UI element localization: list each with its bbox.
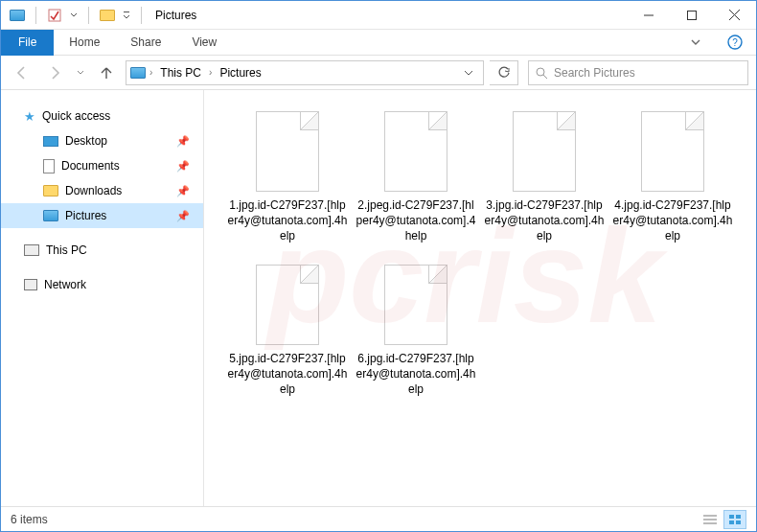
folder-icon [99, 7, 116, 24]
file-name: 2.jpeg.id-C279F237.[hlper4y@tutanota.com… [352, 197, 480, 244]
quick-access-toolbar [1, 7, 146, 24]
search-input[interactable]: Search Pictures [528, 60, 748, 85]
svg-rect-0 [49, 10, 60, 21]
svg-rect-1 [124, 12, 129, 12]
separator [35, 7, 36, 24]
file-thumbnail-icon [384, 111, 447, 192]
file-item[interactable]: 3.jpg.id-C279F237.[hlper4y@tutanota.com]… [480, 105, 608, 259]
file-name: 1.jpg.id-C279F237.[hlper4y@tutanota.com]… [223, 197, 352, 244]
address-bar[interactable]: › This PC › Pictures [126, 60, 484, 85]
file-item[interactable]: 1.jpg.id-C279F237.[hlper4y@tutanota.com]… [223, 105, 352, 259]
file-item[interactable]: 2.jpeg.id-C279F237.[hlper4y@tutanota.com… [352, 105, 480, 259]
file-list[interactable]: 1.jpg.id-C279F237.[hlper4y@tutanota.com]… [204, 90, 756, 506]
file-thumbnail-icon [641, 111, 704, 192]
file-tab[interactable]: File [1, 30, 54, 56]
navbar: › This PC › Pictures Search Pictures [1, 56, 756, 90]
up-button[interactable] [93, 59, 120, 86]
pc-icon [24, 244, 39, 256]
desktop-icon [43, 136, 58, 147]
file-name: 6.jpg.id-C279F237.[hlper4y@tutanota.com]… [352, 351, 480, 398]
maximize-button[interactable] [670, 1, 713, 30]
tab-view[interactable]: View [176, 31, 232, 54]
expand-ribbon-icon[interactable] [677, 37, 714, 47]
file-name: 5.jpg.id-C279F237.[hlper4y@tutanota.com]… [223, 351, 352, 398]
chevron-right-icon[interactable]: › [149, 67, 152, 78]
back-button[interactable] [9, 59, 35, 86]
network-icon [24, 279, 37, 290]
titlebar: Pictures [1, 1, 756, 30]
sidebar-network[interactable]: Network [1, 272, 203, 297]
star-icon: ★ [24, 109, 35, 124]
pictures-icon [43, 210, 58, 221]
tab-share[interactable]: Share [115, 31, 176, 54]
svg-rect-3 [687, 11, 696, 19]
location-icon [130, 67, 146, 79]
window-title: Pictures [155, 9, 196, 22]
separator [141, 7, 142, 24]
sidebar-item-pictures[interactable]: Pictures 📌 [1, 203, 203, 228]
sidebar-item-label: Desktop [65, 134, 107, 148]
sidebar-item-label: Pictures [65, 209, 106, 222]
breadcrumb-this-pc[interactable]: This PC [156, 64, 205, 81]
document-icon [43, 159, 55, 173]
sidebar-label: This PC [46, 243, 87, 257]
ribbon: File Home Share View ? [1, 30, 756, 56]
svg-rect-16 [736, 520, 741, 524]
file-thumbnail-icon [256, 111, 319, 192]
sidebar-item-label: Downloads [65, 184, 122, 197]
file-thumbnail-icon [256, 265, 319, 345]
icons-view-button[interactable] [723, 510, 746, 529]
status-count: 6 items [11, 513, 48, 526]
address-dropdown-icon[interactable] [458, 68, 479, 78]
sidebar-item-downloads[interactable]: Downloads 📌 [1, 178, 203, 203]
pin-icon: 📌 [176, 160, 190, 173]
tab-home[interactable]: Home [54, 31, 115, 54]
sidebar-label: Network [44, 278, 86, 291]
sidebar-item-desktop[interactable]: Desktop 📌 [1, 128, 203, 153]
folder-icon [43, 185, 58, 197]
sidebar-item-label: Documents [61, 159, 120, 173]
svg-rect-15 [729, 520, 734, 524]
minimize-button[interactable] [627, 1, 670, 30]
file-thumbnail-icon [513, 111, 576, 192]
pin-icon: 📌 [176, 185, 190, 197]
pin-icon: 📌 [176, 210, 190, 222]
svg-rect-14 [736, 515, 741, 519]
svg-text:?: ? [732, 37, 738, 48]
recent-dropdown-icon[interactable] [74, 59, 87, 86]
sidebar-item-documents[interactable]: Documents 📌 [1, 153, 203, 178]
main-area: ★ Quick access Desktop 📌 Documents 📌 Dow… [1, 90, 756, 506]
file-item[interactable]: 5.jpg.id-C279F237.[hlper4y@tutanota.com]… [223, 259, 352, 412]
search-icon [535, 66, 548, 80]
pin-icon: 📌 [176, 135, 190, 148]
file-item[interactable]: 6.jpg.id-C279F237.[hlper4y@tutanota.com]… [352, 259, 480, 412]
details-view-button[interactable] [699, 510, 722, 529]
search-placeholder: Search Pictures [554, 66, 635, 80]
file-item[interactable]: 4.jpg.id-C279F237.[hlper4y@tutanota.com]… [608, 105, 737, 259]
svg-point-8 [537, 68, 544, 76]
qat-properties-icon[interactable] [46, 7, 63, 24]
view-mode-buttons [699, 510, 746, 529]
sidebar: ★ Quick access Desktop 📌 Documents 📌 Dow… [1, 90, 204, 506]
qat-dropdown-icon[interactable] [69, 7, 79, 24]
close-button[interactable] [713, 1, 756, 30]
sidebar-this-pc[interactable]: This PC [1, 238, 203, 263]
svg-rect-13 [729, 515, 734, 519]
breadcrumb-pictures[interactable]: Pictures [216, 64, 264, 81]
sidebar-quick-access[interactable]: ★ Quick access [1, 104, 203, 128]
refresh-button[interactable] [490, 60, 518, 85]
svg-line-9 [543, 75, 547, 79]
file-name: 3.jpg.id-C279F237.[hlper4y@tutanota.com]… [480, 197, 608, 244]
qat-overflow-icon[interactable] [122, 7, 131, 24]
window-controls [627, 1, 756, 30]
file-name: 4.jpg.id-C279F237.[hlper4y@tutanota.com]… [608, 197, 737, 244]
sidebar-label: Quick access [42, 109, 110, 123]
file-thumbnail-icon [384, 265, 447, 345]
forward-button[interactable] [41, 59, 68, 86]
app-icon [9, 7, 26, 24]
help-icon[interactable]: ? [714, 35, 756, 50]
statusbar: 6 items [1, 506, 756, 531]
chevron-right-icon[interactable]: › [209, 67, 212, 78]
separator [88, 7, 89, 24]
